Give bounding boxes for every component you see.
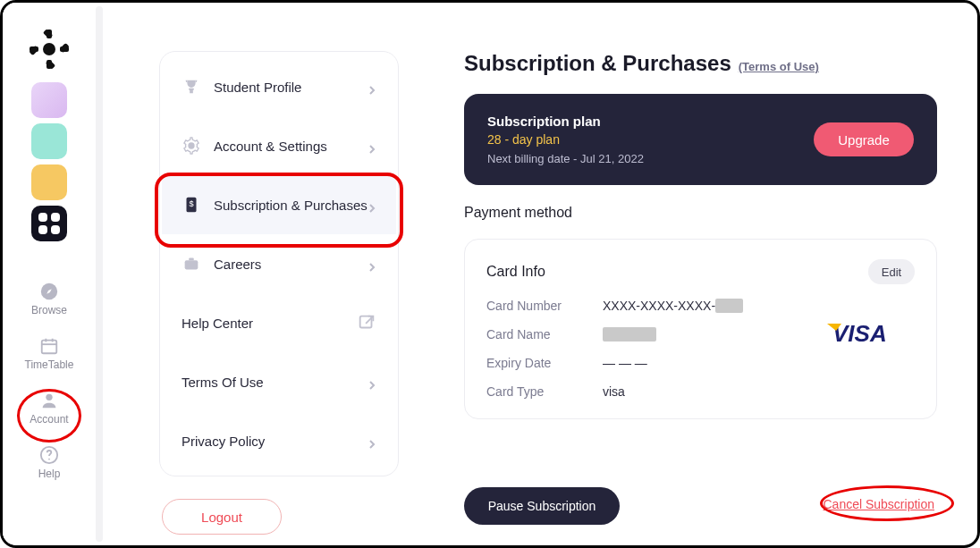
chevron-right-icon: [368, 377, 376, 386]
plan-subtitle: 28 - day plan: [487, 132, 814, 147]
rail-tile-3[interactable]: [31, 164, 67, 200]
svg-point-0: [43, 43, 55, 55]
svg-rect-11: [42, 341, 57, 354]
svg-rect-20: [185, 260, 199, 269]
card-expiry-label: Expiry Date: [486, 356, 603, 370]
rail-label: TimeTable: [25, 358, 74, 371]
chevron-right-icon: [368, 436, 376, 445]
card-number-label: Card Number: [486, 299, 603, 313]
page-title-row: Subscription & Purchases (Terms of Use): [464, 51, 937, 76]
card-number-value: XXXX-XXXX-XXXX-0077: [603, 299, 743, 313]
settings-menu: Student Profile Account & Settings $ Sub…: [159, 51, 399, 476]
gear-icon: [182, 136, 201, 156]
chevron-right-icon: [368, 141, 376, 150]
card-expiry-value: — — —: [603, 356, 647, 370]
card-name-value: Redacted: [603, 327, 656, 341]
menu-label: Student Profile: [214, 80, 368, 95]
rail-label: Help: [38, 468, 61, 480]
rail-label: Browse: [31, 304, 67, 316]
rail-scrollbar[interactable]: [96, 6, 103, 542]
edit-card-button[interactable]: Edit: [868, 259, 915, 284]
menu-item-privacy[interactable]: Privacy Policy: [162, 411, 396, 470]
annotation-rect-subscription: [155, 173, 403, 248]
card-info-box: Card Info Edit Card Number XXXX-XXXX-XXX…: [464, 239, 937, 419]
help-icon: [39, 445, 59, 465]
rail-item-timetable[interactable]: TimeTable: [25, 336, 74, 371]
card-type-value: visa: [603, 384, 625, 399]
external-link-icon: [357, 313, 376, 333]
plan-heading: Subscription plan: [487, 114, 814, 129]
menu-label: Privacy Policy: [182, 434, 368, 449]
plan-next-billing: Next billing date - Jul 21, 2022: [487, 152, 814, 165]
card-name-label: Card Name: [486, 327, 603, 341]
rail-tile-1[interactable]: [31, 82, 67, 118]
menu-label: Help Center: [182, 316, 357, 331]
trophy-icon: [182, 77, 201, 97]
menu-item-student-profile[interactable]: Student Profile: [162, 57, 396, 116]
chevron-right-icon: [368, 259, 376, 268]
rail-item-browse[interactable]: Browse: [31, 282, 67, 316]
menu-label: Terms Of Use: [182, 375, 368, 390]
rail-item-help[interactable]: Help: [38, 445, 61, 480]
rail-tile-2[interactable]: [31, 123, 67, 159]
card-info-heading: Card Info: [486, 264, 868, 280]
app-logo: [30, 30, 69, 69]
svg-rect-21: [189, 258, 194, 261]
chevron-right-icon: [368, 82, 376, 91]
left-rail: Browse TimeTable Account Help: [3, 3, 96, 545]
logout-button[interactable]: Logout: [162, 499, 282, 535]
terms-of-use-link[interactable]: (Terms of Use): [739, 60, 819, 73]
upgrade-button[interactable]: Upgrade: [814, 122, 914, 156]
svg-rect-22: [360, 316, 372, 328]
menu-label: Account & Settings: [214, 139, 368, 154]
rail-tile-apps[interactable]: [31, 206, 67, 241]
payment-method-heading: Payment method: [464, 205, 937, 221]
svg-point-17: [48, 459, 50, 460]
plan-card: Subscription plan 28 - day plan Next bil…: [464, 94, 937, 185]
card-brand-logo: VISA: [827, 318, 913, 347]
pause-subscription-button[interactable]: Pause Subscription: [464, 487, 620, 525]
compass-icon: [39, 282, 59, 301]
card-type-label: Card Type: [486, 384, 603, 399]
calendar-icon: [39, 336, 59, 356]
menu-item-account-settings[interactable]: Account & Settings: [162, 116, 396, 175]
menu-item-terms[interactable]: Terms Of Use: [162, 352, 396, 411]
briefcase-icon: [182, 254, 201, 274]
annotation-ellipse-cancel: [820, 485, 954, 521]
menu-label: Careers: [214, 257, 368, 272]
annotation-circle-account: [17, 389, 81, 443]
menu-item-help-center[interactable]: Help Center: [162, 293, 396, 352]
page-title: Subscription & Purchases: [464, 51, 731, 76]
